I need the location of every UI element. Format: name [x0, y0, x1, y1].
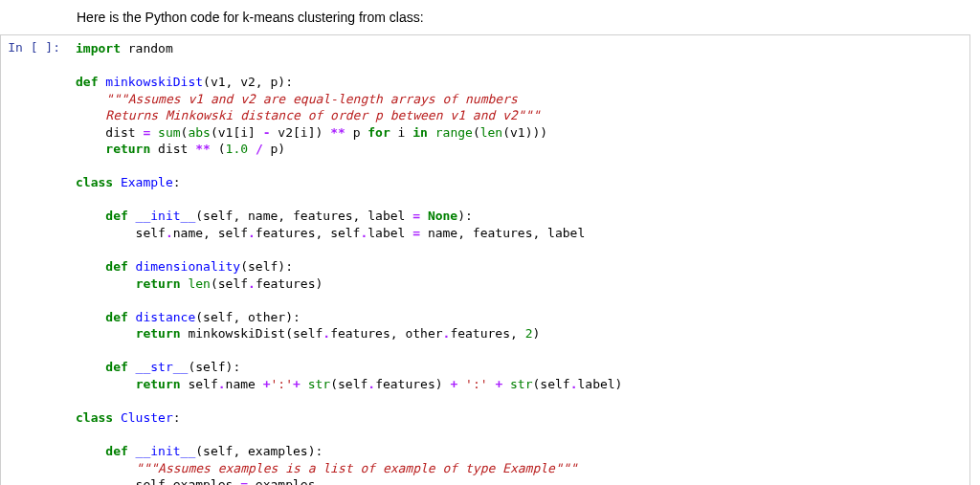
op: +	[263, 377, 271, 391]
code-text: (	[211, 142, 226, 156]
code-text: (self	[533, 377, 570, 391]
indent	[76, 259, 105, 274]
kw-def: def	[105, 259, 127, 274]
op: .	[166, 477, 173, 485]
indent	[76, 326, 136, 341]
indent	[76, 360, 105, 374]
docstring-line: Returns Minkowski distance of order p be…	[76, 108, 540, 122]
sig: (v1, v2, p):	[203, 75, 293, 89]
kw-for: for	[368, 125, 390, 140]
code-text: (	[473, 125, 480, 140]
builtin-str: str	[308, 377, 330, 391]
class-example: Example	[121, 175, 173, 189]
op: /	[256, 142, 263, 156]
code-text	[457, 377, 465, 391]
kw-return: return	[136, 377, 181, 391]
docstring-line: """Assumes v1 and v2 are equal-length ar…	[76, 92, 518, 106]
kw-def: def	[105, 209, 127, 223]
fn-init: __init__	[128, 444, 195, 458]
code-text: label)	[577, 377, 622, 391]
sig: (self, examples):	[195, 444, 323, 458]
indent	[76, 310, 105, 324]
code-content[interactable]: import random def minkowskiDist(v1, v2, …	[68, 35, 969, 485]
code-text: (v1)))	[502, 125, 547, 140]
code-text: )	[532, 326, 540, 341]
sig: (self, other):	[195, 310, 301, 324]
class-cluster: Cluster	[121, 410, 173, 425]
kw-return: return	[136, 276, 181, 291]
op: .	[248, 226, 256, 240]
kw-def: def	[105, 444, 127, 458]
kw-return: return	[136, 326, 181, 341]
builtin-len: len	[480, 125, 502, 140]
colon: :	[173, 410, 181, 425]
code-text: features,	[450, 326, 524, 341]
op: =	[412, 226, 420, 240]
op: .	[323, 326, 330, 341]
sig: (self):	[188, 360, 240, 374]
fn-init: __init__	[128, 209, 195, 223]
indent	[76, 209, 105, 223]
kw-class: class	[76, 175, 113, 189]
sig: (self):	[240, 259, 293, 274]
fn-str: __str__	[128, 360, 189, 374]
code-text	[428, 125, 435, 140]
sp	[420, 209, 428, 223]
code-text: p	[345, 125, 368, 140]
code-text: name, self	[173, 226, 248, 240]
builtin-abs: abs	[188, 125, 210, 140]
indent	[76, 142, 105, 156]
code-text	[248, 142, 256, 156]
code-cell: In [ ]: import random def minkowskiDist(…	[0, 34, 970, 485]
op: =	[412, 209, 420, 223]
fn-minkowski: minkowskiDist	[98, 75, 203, 89]
code-text: features)	[256, 276, 323, 291]
builtin-range: range	[435, 125, 473, 140]
kw-return: return	[105, 142, 150, 156]
colon: :	[173, 175, 181, 189]
code-text	[301, 377, 308, 391]
code-text	[150, 125, 158, 140]
op: .	[368, 377, 375, 391]
code-text: v2[i])	[271, 125, 331, 140]
code-text: examples	[248, 477, 315, 485]
code-text: name	[226, 377, 263, 391]
builtin-len: len	[188, 276, 210, 291]
kw-in: in	[412, 125, 428, 140]
sp	[113, 410, 121, 425]
code-text: p)	[263, 142, 285, 156]
sig-end: ):	[457, 209, 473, 223]
sp	[113, 175, 121, 189]
builtin-sum: sum	[158, 125, 180, 140]
code-text: (self	[330, 377, 368, 391]
fn-dimensionality: dimensionality	[128, 259, 240, 274]
fn-distance: distance	[128, 310, 195, 324]
string: ':'	[271, 377, 293, 391]
docstring-line: """Assumes examples is a list of example…	[76, 461, 577, 475]
kw-none: None	[428, 209, 457, 223]
code-text: features)	[375, 377, 450, 391]
code-text: features, self	[256, 226, 361, 240]
code-text: (v1[i]	[211, 125, 263, 140]
string: ':'	[465, 377, 487, 391]
code-text: (self	[211, 276, 248, 291]
code-text	[502, 377, 510, 391]
code-text: self	[76, 226, 166, 240]
code-text: examples	[173, 477, 240, 485]
kw-import: import	[76, 41, 121, 55]
op: .	[248, 276, 256, 291]
indent	[76, 444, 105, 458]
code-text: features, other	[330, 326, 442, 341]
kw-class: class	[76, 410, 113, 425]
op: -	[263, 125, 271, 140]
module-name: random	[121, 41, 173, 55]
op: .	[166, 226, 173, 240]
sig: (self, name, features, label	[195, 209, 412, 223]
code-text: self	[76, 477, 166, 485]
kw-def: def	[105, 360, 127, 374]
indent	[76, 276, 136, 291]
number: 1.0	[226, 142, 248, 156]
op: **	[330, 125, 345, 140]
code-text: self	[181, 377, 218, 391]
code-text: minkowskiDist(self	[181, 326, 323, 341]
